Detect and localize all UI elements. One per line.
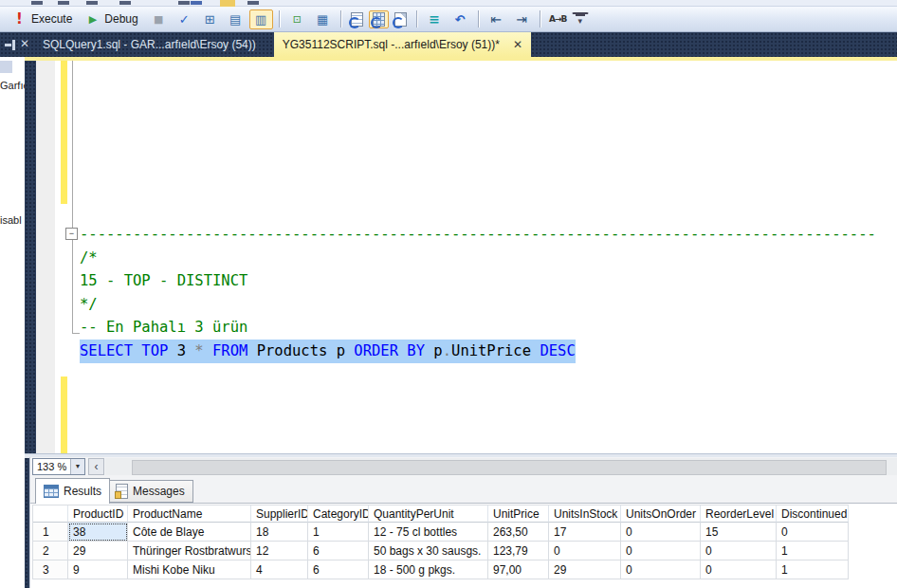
- result-cell[interactable]: 12: [251, 542, 308, 560]
- messages-icon: [116, 484, 128, 499]
- stop-icon: ■: [151, 11, 167, 28]
- intellisense-icon[interactable]: ▥: [249, 9, 273, 29]
- editor-indicator-margin: [36, 61, 55, 453]
- column-header-UnitsOnOrder[interactable]: UnitsOnOrder: [621, 505, 701, 523]
- decrease-indent-icon: ⇤: [488, 11, 504, 28]
- result-cell[interactable]: 15: [701, 523, 777, 542]
- column-header-ProductID[interactable]: ProductID: [68, 505, 128, 523]
- document-tab-1[interactable]: SQLQuery1.sql - GAR...arfıeld\Ersoy (54)…: [34, 32, 265, 57]
- result-cell[interactable]: 0: [621, 542, 701, 560]
- scrollbar-thumb[interactable]: [132, 460, 887, 475]
- auto-hide-pin-icon[interactable]: [5, 39, 16, 50]
- collapse-region-icon[interactable]: −: [65, 228, 78, 240]
- results-to-file-icon[interactable]: [391, 10, 411, 28]
- code-line-select-statement[interactable]: SELECT TOP 3 * FROM Products p ORDER BY …: [80, 340, 897, 363]
- results-to-text-icon: [351, 12, 363, 27]
- result-cell[interactable]: Mishi Kobe Niku: [128, 560, 251, 579]
- row-header-corner[interactable]: [33, 505, 68, 523]
- row-number[interactable]: 2: [33, 542, 68, 560]
- tab-messages[interactable]: Messages: [107, 480, 193, 503]
- window-background-strip: [25, 61, 36, 453]
- result-cell[interactable]: 18: [251, 523, 308, 542]
- parse-icon[interactable]: ✓: [173, 9, 196, 29]
- row-number[interactable]: 3: [33, 560, 68, 579]
- result-cell[interactable]: 17: [549, 523, 621, 542]
- actual-plan-icon[interactable]: ⊡: [285, 9, 309, 29]
- undo-icon[interactable]: ↶: [448, 9, 472, 29]
- estimated-plan-icon[interactable]: ⊞: [198, 9, 222, 29]
- increase-indent-icon[interactable]: ⇥: [510, 9, 534, 29]
- result-cell[interactable]: 0: [621, 560, 701, 579]
- execute-button[interactable]: !Execute: [8, 9, 79, 29]
- results-to-grid-icon[interactable]: [369, 10, 389, 28]
- result-cell[interactable]: 6: [308, 560, 369, 579]
- toolbar-separator: [478, 10, 479, 28]
- result-cell[interactable]: 0: [701, 560, 777, 579]
- code-line-comment-turkish[interactable]: -- En Pahalı 3 ürün: [80, 316, 897, 340]
- result-cell[interactable]: 12 - 75 cl bottles: [369, 523, 488, 542]
- result-cell[interactable]: 123,79: [488, 542, 549, 560]
- query-options-icon[interactable]: ▤: [224, 9, 247, 29]
- clipped-toolbar-icons: [31, 1, 43, 5]
- result-cell[interactable]: Côte de Blaye: [128, 523, 251, 542]
- result-cell[interactable]: Thüringer Rostbratwurst: [128, 542, 251, 560]
- toolbar-overflow-icon[interactable]: ▾: [572, 12, 589, 27]
- tab-close-icon[interactable]: ✕: [513, 38, 522, 51]
- result-cell[interactable]: 29: [549, 560, 621, 579]
- chevron-down-icon[interactable]: ▼: [70, 459, 84, 474]
- panel-close-icon[interactable]: ✕: [20, 36, 29, 51]
- result-cell[interactable]: 263,50: [488, 523, 549, 542]
- comment-lines-icon[interactable]: ≡: [423, 9, 447, 29]
- decrease-indent-icon[interactable]: ⇤: [485, 9, 508, 29]
- column-header-SupplierID[interactable]: SupplierID: [251, 505, 308, 523]
- result-cell[interactable]: 97,00: [488, 560, 549, 579]
- toolbar-overflow-icon: ▾: [576, 14, 585, 26]
- result-cell[interactable]: 4: [251, 560, 308, 579]
- code-line-comment-close[interactable]: */: [80, 293, 897, 317]
- stop-icon[interactable]: ■: [147, 9, 171, 29]
- undo-icon: ↶: [452, 11, 468, 28]
- code-text[interactable]: ----------------------------------------…: [80, 223, 897, 363]
- column-header-ProductName[interactable]: ProductName: [128, 505, 251, 523]
- result-row-2: 229Thüringer Rostbratwurst12650 bags x 3…: [33, 542, 849, 560]
- column-header-UnitPrice[interactable]: UnitPrice: [488, 505, 549, 523]
- template-parameters-icon: A→B: [550, 11, 566, 28]
- result-cell[interactable]: 1: [777, 560, 849, 579]
- column-header-QuantityPerUnit[interactable]: QuantityPerUnit: [369, 505, 488, 523]
- tab-label: Results: [64, 485, 101, 498]
- parse-icon: ✓: [176, 11, 192, 28]
- result-cell[interactable]: 38: [68, 523, 128, 542]
- result-cell[interactable]: 0: [777, 523, 849, 542]
- results-to-file-icon: [394, 12, 407, 27]
- debug-button[interactable]: ▶Debug: [81, 9, 144, 29]
- horizontal-scrollbar[interactable]: [105, 458, 897, 475]
- template-parameters-icon[interactable]: A→B: [546, 9, 570, 29]
- column-header-Discontinued[interactable]: Discontinued: [777, 505, 849, 523]
- code-line-comment-title[interactable]: 15 - TOP - DISTINCT: [80, 269, 897, 293]
- editor-zoom-combo[interactable]: 133 % ▼: [32, 458, 85, 475]
- result-cell[interactable]: 0: [621, 523, 701, 542]
- column-header-CategoryID[interactable]: CategoryID: [308, 505, 369, 523]
- result-cell[interactable]: 1: [777, 542, 849, 560]
- result-cell[interactable]: 18 - 500 g pkgs.: [369, 560, 488, 579]
- document-tab-2[interactable]: YG35112SCRIPT.sql -...arfıeld\Ersoy (51)…: [274, 32, 531, 57]
- tab-results[interactable]: Results: [35, 478, 110, 504]
- outline-region-line: [72, 240, 73, 334]
- code-line-comment-open[interactable]: /*: [80, 247, 897, 270]
- column-header-UnitsInStock[interactable]: UnitsInStock: [549, 505, 621, 523]
- results-to-text-icon[interactable]: [347, 10, 367, 28]
- code-line-dashes[interactable]: ----------------------------------------…: [80, 223, 897, 247]
- result-cell[interactable]: 0: [701, 542, 777, 560]
- client-statistics-icon[interactable]: ▦: [311, 9, 335, 29]
- result-cell[interactable]: 1: [308, 523, 369, 542]
- row-number[interactable]: 1: [33, 523, 68, 542]
- column-header-ReorderLevel[interactable]: ReorderLevel: [701, 505, 777, 523]
- sql-code-editor[interactable]: − --------------------------------------…: [36, 61, 897, 453]
- result-cell[interactable]: 9: [68, 560, 128, 579]
- result-cell[interactable]: 6: [308, 542, 369, 560]
- result-cell[interactable]: 50 bags x 30 sausgs.: [369, 542, 488, 560]
- scroll-left-arrow[interactable]: ‹: [88, 458, 104, 475]
- result-cell[interactable]: 29: [68, 542, 128, 560]
- result-cell[interactable]: 0: [549, 542, 621, 560]
- result-row-1: 138Côte de Blaye18112 - 75 cl bottles263…: [33, 523, 849, 542]
